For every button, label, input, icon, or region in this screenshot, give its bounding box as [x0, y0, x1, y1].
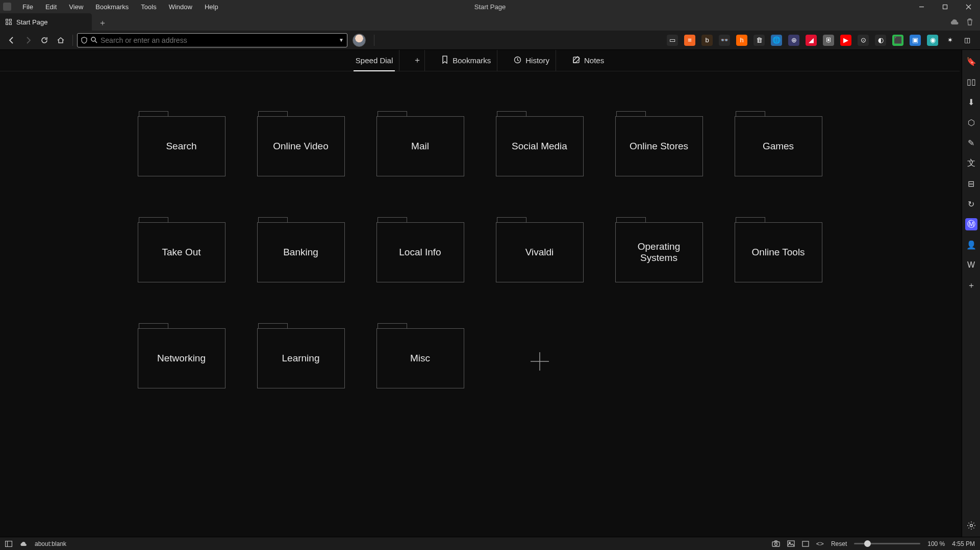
speed-dial-folder[interactable]: Mail — [376, 116, 464, 182]
profile-avatar[interactable] — [353, 34, 366, 47]
forward-button[interactable] — [20, 33, 36, 48]
svg-rect-17 — [772, 542, 780, 546]
separator — [72, 35, 73, 46]
zoom-level: 100 % — [927, 540, 945, 547]
speed-dial-folder[interactable]: Search — [138, 116, 225, 182]
profile-panel[interactable]: 👤 — [965, 239, 977, 251]
extension-steam[interactable]: ⊙ — [858, 35, 869, 46]
history-panel[interactable]: ⬡ — [965, 116, 977, 128]
extension-toolbar: ▭≡b👓h🗑🌐⊕◢⛨▶⊙◐⬛▣◉✶◫ — [667, 35, 976, 46]
menu-bookmarks[interactable]: Bookmarks — [89, 3, 135, 11]
menu-file[interactable]: File — [16, 3, 39, 11]
speed-dial-folder-label: Banking — [257, 222, 345, 282]
add-speed-dial-group[interactable]: ＋ — [410, 50, 425, 71]
speed-dial-folder[interactable]: Online Video — [257, 116, 345, 182]
settings-icon[interactable] — [965, 519, 977, 532]
extension-darkreader[interactable]: 👓 — [719, 35, 730, 46]
image-icon[interactable] — [787, 540, 795, 547]
extension-trash[interactable]: 🗑 — [753, 35, 765, 46]
speed-dial-folder[interactable]: Vivaldi — [496, 222, 584, 289]
tab-history[interactable]: History — [508, 50, 556, 71]
speed-dial-folder[interactable]: Online Stores — [615, 116, 703, 182]
speed-dial-folder-label: Search — [138, 116, 225, 176]
devtools-icon[interactable]: <> — [816, 540, 824, 547]
menu-view[interactable]: View — [63, 3, 89, 11]
speed-dial-folder[interactable]: Online Tools — [735, 222, 822, 289]
speed-dial-folder-label: Vivaldi — [496, 222, 584, 282]
side-panel: 🔖▯▯⬇⬡✎文⊟↻Ⓜ👤W＋ — [962, 50, 980, 537]
speed-dial-folder-label: Mail — [376, 116, 464, 176]
speed-dial-folder[interactable]: Networking — [138, 328, 225, 395]
speed-dial-folder-label: Misc — [376, 328, 464, 388]
tab-notes[interactable]: Notes — [566, 50, 610, 71]
speed-dial-folder-label: Games — [735, 116, 822, 176]
speed-dial-folder[interactable]: Social Media — [496, 116, 584, 182]
sync-icon[interactable] — [949, 17, 960, 27]
add-panel[interactable]: ＋ — [965, 279, 977, 292]
menu-tools[interactable]: Tools — [135, 3, 162, 11]
extension-toggle[interactable]: ◐ — [875, 35, 886, 46]
extension-reader-view[interactable]: ▭ — [667, 35, 678, 46]
extension-blue-ext[interactable]: ▣ — [910, 35, 921, 46]
menu-help[interactable]: Help — [198, 3, 224, 11]
downloads-panel[interactable]: ⬇ — [965, 96, 977, 108]
zoom-reset[interactable]: Reset — [831, 540, 847, 547]
add-speed-dial[interactable] — [496, 328, 584, 395]
address-bar: ▼ ▭≡b👓h🗑🌐⊕◢⛨▶⊙◐⬛▣◉✶◫ — [0, 31, 980, 50]
svg-rect-15 — [6, 541, 12, 546]
mastodon-panel[interactable]: Ⓜ — [965, 218, 977, 230]
home-button[interactable] — [53, 33, 68, 48]
extension-youtube[interactable]: ▶ — [840, 35, 851, 46]
extension-globe[interactable]: 🌐 — [771, 35, 782, 46]
zoom-slider[interactable] — [854, 543, 920, 544]
translate-panel[interactable]: 文 — [965, 157, 977, 169]
capture-icon[interactable] — [772, 540, 780, 547]
speed-dial-folder-label: Operating Systems — [615, 222, 703, 282]
start-page-nav: Speed Dial ＋ Bookmarks History Notes — [0, 50, 960, 71]
speed-dial-folder[interactable]: Misc — [376, 328, 464, 395]
extension-green-ext[interactable]: ⬛ — [892, 35, 903, 46]
bookmarks-panel[interactable]: 🔖 — [965, 55, 977, 67]
back-button[interactable] — [4, 33, 19, 48]
sessions-panel[interactable]: ↻ — [965, 198, 977, 210]
app-icon[interactable] — [3, 3, 11, 11]
reload-button[interactable] — [37, 33, 52, 48]
speed-dial-folder[interactable]: Games — [735, 116, 822, 182]
extension-extensions[interactable]: ✶ — [944, 35, 956, 46]
speed-dial-folder[interactable]: Learning — [257, 328, 345, 395]
speed-dial-folder[interactable]: Banking — [257, 222, 345, 289]
maximize-button[interactable] — [933, 0, 957, 13]
menu-window[interactable]: Window — [163, 3, 198, 11]
notes-panel[interactable]: ✎ — [965, 137, 977, 149]
tiling-icon[interactable] — [802, 541, 809, 547]
svg-point-14 — [970, 525, 972, 527]
speed-dial-grid: SearchOnline VideoMailSocial MediaOnline… — [0, 71, 960, 395]
speed-dial-folder[interactable]: Local Info — [376, 222, 464, 289]
new-tab-button[interactable]: ＋ — [95, 15, 110, 31]
extension-ublock[interactable]: ⛨ — [823, 35, 834, 46]
tab-bookmarks[interactable]: Bookmarks — [435, 50, 497, 71]
extension-rss[interactable]: ≡ — [684, 35, 695, 46]
wiki-panel[interactable]: W — [965, 259, 977, 271]
panel-toggle-icon[interactable] — [5, 541, 12, 547]
tab-start-page[interactable]: Start Page — [0, 13, 92, 31]
trash-icon[interactable] — [965, 17, 975, 27]
extension-brave[interactable]: b — [701, 35, 713, 46]
url-field[interactable]: ▼ — [77, 33, 347, 47]
extension-globe2[interactable]: ⊕ — [788, 35, 799, 46]
speed-dial-folder[interactable]: Operating Systems — [615, 222, 703, 289]
close-button[interactable] — [957, 0, 980, 13]
url-input[interactable] — [100, 36, 336, 44]
reading-list-panel[interactable]: ▯▯ — [965, 75, 977, 88]
extension-honey[interactable]: h — [736, 35, 747, 46]
tab-speed-dial[interactable]: Speed Dial — [349, 50, 399, 71]
menu-edit[interactable]: Edit — [39, 3, 63, 11]
extension-red-ext[interactable]: ◢ — [806, 35, 817, 46]
extension-panel-toggle[interactable]: ◫ — [962, 35, 973, 46]
minimize-button[interactable] — [910, 0, 933, 13]
extension-teal-ext[interactable]: ◉ — [927, 35, 938, 46]
url-dropdown-icon[interactable]: ▼ — [339, 37, 344, 43]
sync-status-icon[interactable] — [19, 541, 28, 547]
window-panel[interactable]: ⊟ — [965, 177, 977, 190]
speed-dial-folder[interactable]: Take Out — [138, 222, 225, 289]
